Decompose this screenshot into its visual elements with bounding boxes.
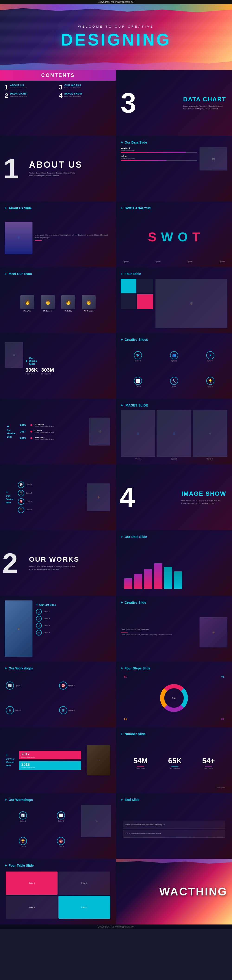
- four-table-2-title: Four Table Slide: [9, 864, 34, 867]
- images-slide: + IMAGES SLIDE 👤 👤 📷 Option 1 Option 2 O…: [116, 399, 232, 465]
- works-content: 💻 + OurWorksSlide 306K Lorem ipsum 303M …: [5, 337, 111, 394]
- plus-icon-2: +: [5, 206, 7, 210]
- contents-slide: CONTENTS 1 ABOUT US Lorem ipsum dolor si…: [0, 70, 116, 136]
- ws-lbl-3: Option 3: [15, 710, 21, 711]
- timeline-item-3: 2019 Marketing Lorem ipsum dolor sit ame…: [20, 436, 84, 440]
- swot-o: O: [178, 229, 188, 244]
- service-photo: ✋: [87, 484, 110, 511]
- swot-opt-2: Option 2: [155, 261, 161, 262]
- tw-progress-fill: [121, 160, 167, 161]
- steps-donut: Steps: [160, 684, 188, 712]
- svc-lbl-2: Option 2: [26, 492, 32, 494]
- contents-grid: 1 ABOUT US Lorem ipsum dolor sit amet 3 …: [0, 84, 116, 99]
- row-2: CONTENTS 1 ABOUT US Lorem ipsum dolor si…: [0, 70, 232, 136]
- about-desc: Pretium Quam Dolor, Tempor, in Energia h…: [29, 172, 80, 177]
- svc-lbl-1: Option 1: [26, 484, 32, 485]
- ft2-cell-3: Option 3: [6, 896, 58, 919]
- ws-item-1: 🔄 Option 1: [6, 674, 57, 697]
- dot-2: [30, 431, 32, 433]
- fb-label: Facebook: [121, 147, 197, 150]
- img-lbl-1: Option 1: [135, 458, 141, 460]
- images-slide-title: IMAGES SLIDE: [125, 404, 148, 407]
- row-6: 💻 + OurWorksSlide 306K Lorem ipsum 303M …: [0, 333, 232, 399]
- four-table-header: + Four Table: [121, 272, 227, 276]
- ws2-photo: 🤸: [81, 805, 111, 837]
- year-1: 2015: [20, 424, 28, 426]
- contents-num-4: 4: [59, 92, 63, 99]
- person-photo: 👤: [5, 221, 33, 254]
- swot-title: SWOT ANALYSIS: [125, 206, 151, 210]
- plus-icon-7: +: [121, 337, 123, 342]
- ws-item-4: ⊞ Option 4: [59, 699, 110, 722]
- plus-icon-8: +: [7, 425, 15, 429]
- timeline-item-2: 2017 Evolved Lorem ipsum dolor sit amet: [20, 430, 84, 433]
- ws2-icon-1: 🔄: [19, 811, 27, 819]
- row-4: + About Us Slide 👤 Lorem ipsum dolor sit…: [0, 201, 232, 267]
- img-lbl-3: Option 3: [207, 458, 213, 460]
- team-member-3: 🧑 Mr. Bobby: [59, 295, 77, 312]
- chart-desc: Lorem ipsum dolor, Tempor, in Energia hi…: [183, 105, 225, 110]
- tl-label-2: Evolved: [35, 430, 54, 432]
- images-grid: 👤 👤 📷: [121, 410, 227, 457]
- year-val-2: 2018: [21, 763, 79, 767]
- timeline-items: 2015 Beginning Lorem ipsum dolor sit ame…: [17, 403, 86, 460]
- plus-icon-13: +: [121, 600, 123, 605]
- ft2-cell-4: Option 4: [58, 896, 110, 919]
- end-header: + End Slide: [121, 798, 227, 802]
- list-photo: 👩: [5, 600, 33, 657]
- contents-item-4: 4 IMAGE SHOW Lorem ipsum dolor sit amet: [59, 92, 111, 99]
- team-header: + Meet Our Team: [5, 272, 111, 276]
- list-row-3: ③ Option 3: [36, 623, 110, 628]
- workshops-slide: + Our Workshops 🔄 Option 1 🎯 Option 2 ⊕ …: [0, 662, 116, 727]
- tw-sub: Social Media Users: [121, 158, 197, 159]
- stat-lbl-2: Lorem ipsum: [41, 373, 54, 375]
- creative-icon-5: 🔧: [170, 377, 178, 385]
- step-4: 04: [124, 718, 127, 720]
- creative-lbl-2: Option 2: [171, 360, 177, 362]
- creative-icon-1: 🐦: [134, 351, 142, 360]
- images-slide-header: + IMAGES SLIDE: [121, 403, 227, 407]
- workshops-title: Our Workshops: [9, 667, 33, 670]
- creative-2-desc: Lorem ipsum dolor sit amet consectetur: [121, 628, 197, 631]
- ws-item-2: 🎯 Option 2: [59, 674, 110, 697]
- list-items: + Our List Slide ① Option 1 ② Option 2 ③…: [35, 600, 111, 657]
- ws2-lbl-2: Option 2: [58, 820, 64, 822]
- works-num-title: OUR WORKS: [29, 555, 80, 563]
- four-table-title: Four Table: [125, 272, 141, 276]
- workshops-2-grid: 🔄 Option 1 📊 Option 2 🏆 Option 3 🎯 Optio…: [5, 805, 79, 854]
- image-show-num: 4: [120, 484, 135, 511]
- about-slide-person: + About Us Slide 👤 Lorem ipsum dolor sit…: [0, 201, 116, 267]
- row-12: + Our YearWorkingSlide 2017 Lorem ipsum …: [0, 727, 232, 793]
- svc-opt-3: 🎯 Option 3: [18, 498, 81, 505]
- image-show-slide: 4 IMAGE SHOW Lorem ipsum dolor, Tempor, …: [116, 465, 232, 530]
- creative-lbl-4: Option 4: [135, 386, 141, 387]
- plus-icon-18: +: [5, 798, 7, 802]
- contents-desc-1: Lorem ipsum dolor sit amet: [10, 87, 57, 89]
- img-3: 📷: [193, 410, 227, 457]
- list-slide: 👩 + Our List Slide ① Option 1 ② Option 2…: [0, 596, 116, 662]
- workshops-2-content: 🔄 Option 1 📊 Option 2 🏆 Option 3 🎯 Optio…: [5, 805, 111, 854]
- img-2: 👤: [156, 410, 191, 457]
- steps-center: Steps: [172, 697, 176, 699]
- img-1: 👤: [121, 410, 155, 457]
- bar-1: [124, 578, 132, 589]
- bar-5: [164, 567, 172, 589]
- creative-2-text: Lorem ipsum dolor sit amet consectetur L…: [121, 628, 197, 636]
- team-slide: + Meet Our Team 👩 Mrs. White 👨 Mr. Johns…: [0, 267, 116, 333]
- glitch-bottom: [0, 58, 232, 70]
- creative-opt-4: 📊 Option 4: [121, 370, 155, 394]
- ft2-cell-1: Option 1: [6, 872, 58, 895]
- end-box-2: Sed ut perspiciatis unde omnis iste natu…: [123, 830, 225, 838]
- our-works-num-slide: 2 OUR WORKS Pretium Quam Dolor, Tempor, …: [0, 530, 116, 596]
- plus-icon-12: +: [36, 603, 38, 607]
- plus-icon-9: +: [121, 403, 123, 407]
- data-chart-number-slide: 3 DATA CHART Lorem ipsum dolor, Tempor, …: [116, 70, 232, 136]
- timeline-text-2: Evolved Lorem ipsum dolor sit amet: [35, 430, 54, 433]
- plus-icon-6: +: [25, 359, 28, 363]
- our-data-slide: + Our Data Slide Facebook Social Media U…: [116, 136, 232, 201]
- row-11: + Our Workshops 🔄 Option 1 🎯 Option 2 ⊕ …: [0, 662, 232, 727]
- num-line-1: [137, 766, 144, 767]
- works-header: + OurWorksSlide: [25, 357, 111, 365]
- creative-title: Creative Slides: [125, 338, 148, 342]
- row-8: + OURServiceSlide 💬 Option 1 🖥️ Option 2…: [0, 465, 232, 530]
